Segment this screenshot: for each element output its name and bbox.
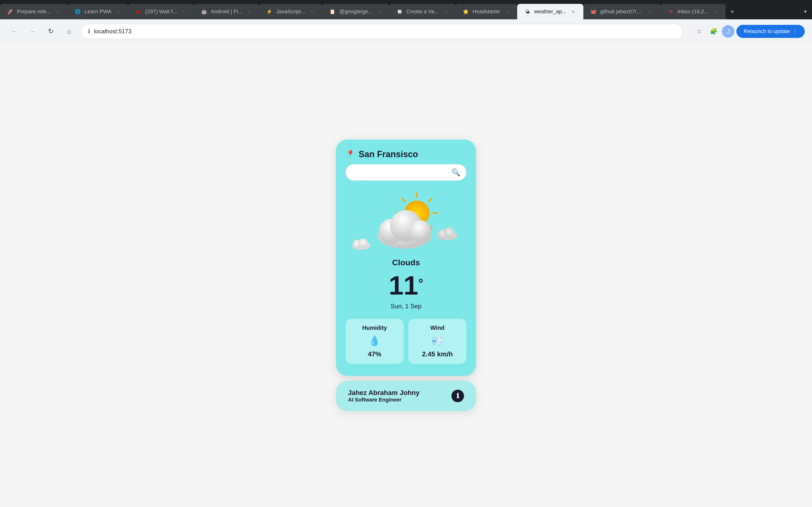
new-tab-button[interactable]: + [725, 5, 739, 18]
tab-github[interactable]: 🐙 github jahez07/we... × [583, 4, 661, 19]
refresh-button[interactable]: ↻ [44, 24, 57, 38]
svg-line-10 [428, 199, 432, 202]
address-input-container[interactable]: ℹ localhost:5173 [81, 24, 683, 39]
tab-favicon-1: 🚀 [7, 8, 13, 15]
small-cloud-left [350, 236, 372, 250]
author-name: Jahez Abraham Johny [348, 389, 419, 397]
address-actions: ☆ 🧩 J Relaunch to update ⋮ [693, 25, 805, 38]
author-text: Jahez Abraham Johny AI Software Engineer [348, 389, 419, 403]
weather-container: 📍 San Fransisco 🔍 [336, 139, 476, 411]
tab-youtube[interactable]: ▶ (297) Wait f... × [128, 4, 194, 19]
temperature-display: 11 ° [389, 272, 423, 299]
profile-button[interactable]: J [722, 25, 734, 38]
relaunch-menu-icon: ⋮ [792, 28, 798, 35]
humidity-label: Humidity [362, 325, 387, 331]
tab-favicon-6: 📋 [329, 8, 336, 15]
relaunch-button[interactable]: Relaunch to update ⋮ [737, 25, 805, 38]
degree-symbol: ° [418, 276, 423, 290]
info-icon: ℹ [457, 392, 459, 400]
weather-date: Sun, 1 Sep [391, 302, 422, 310]
weather-condition: Clouds [392, 258, 420, 267]
weather-card: 📍 San Fransisco 🔍 [336, 139, 476, 376]
address-input[interactable]: localhost:5173 [94, 28, 676, 35]
tab-learn-pwa[interactable]: 🌐 Learn PWA × [67, 4, 128, 19]
temperature-value: 11 [389, 272, 418, 299]
address-security-icon: ℹ [88, 28, 90, 35]
author-title: AI Software Engineer [348, 397, 419, 403]
svg-line-8 [402, 199, 405, 202]
relaunch-label: Relaunch to update [744, 28, 790, 35]
browser-frame: 🚀 Prepare rele... × 🌐 Learn PWA × ▶ (297… [0, 0, 812, 507]
wind-card: Wind 💨 2.45 km/h [408, 319, 466, 364]
location-pin-icon: 📍 [346, 150, 355, 159]
forward-button[interactable]: → [26, 24, 39, 38]
search-box[interactable]: 🔍 [346, 164, 466, 181]
humidity-icon: 💧 [368, 335, 380, 346]
svg-point-2 [358, 238, 368, 248]
tab-close-2[interactable]: × [115, 8, 121, 15]
svg-point-15 [409, 220, 432, 242]
tab-favicon-7: 🔲 [396, 8, 403, 15]
tab-close-4[interactable]: × [246, 8, 253, 15]
tab-gmail[interactable]: ✉ Inbox (19,2... × [661, 4, 725, 19]
wind-icon: 💨 [432, 335, 444, 346]
bookmark-button[interactable]: ☆ [693, 25, 705, 38]
tab-favicon-8: ⭐ [462, 8, 469, 15]
tabs-container: 🚀 Prepare rele... × 🌐 Learn PWA × ▶ (297… [0, 0, 799, 19]
tab-favicon-4: 🤖 [201, 8, 207, 15]
tab-close-5[interactable]: × [309, 8, 316, 15]
weather-details: Humidity 💧 47% Wind 💨 2.45 km/h [346, 319, 466, 364]
weather-illustration [346, 188, 466, 256]
humidity-value: 47% [368, 350, 382, 358]
tab-title-10: github jahez07/we... [600, 8, 644, 15]
small-cloud-right [435, 225, 459, 241]
tab-favicon-11: ✉ [667, 8, 674, 15]
tab-close-3[interactable]: × [180, 8, 187, 15]
tab-close-11[interactable]: × [712, 8, 719, 15]
extensions-button[interactable]: 🧩 [707, 25, 720, 38]
tab-title-8: Headstarter [472, 8, 500, 15]
tab-title-5: JavaScript... [276, 8, 305, 15]
tab-create-va[interactable]: 🔲 Create a Va... × [389, 4, 456, 19]
tab-title-1: Prepare rele... [17, 8, 51, 15]
tab-title-4: Android | Fl... [211, 8, 242, 15]
svg-point-18 [444, 227, 454, 238]
wind-label: Wind [430, 325, 445, 331]
author-info-card: Jahez Abraham Johny AI Software Engineer… [336, 381, 476, 411]
search-icon[interactable]: 🔍 [451, 168, 460, 176]
content-area: 📍 San Fransisco 🔍 [0, 44, 812, 507]
tab-favicon-2: 🌐 [74, 8, 81, 15]
tab-dropdown-button[interactable]: ▾ [799, 5, 812, 18]
tab-close-6[interactable]: × [376, 8, 383, 15]
tab-android[interactable]: 🤖 Android | Fl... × [194, 4, 259, 19]
tab-title-6: @google/ge... [339, 8, 372, 15]
tab-close-1[interactable]: × [54, 8, 61, 15]
tab-title-2: Learn PWA [84, 8, 111, 15]
info-button[interactable]: ℹ [451, 390, 464, 402]
location-name: San Fransisco [359, 149, 418, 159]
tab-close-9[interactable]: × [570, 8, 576, 15]
tab-headstarter[interactable]: ⭐ Headstarter × [456, 4, 517, 19]
tab-javascript[interactable]: ⚡ JavaScript... × [259, 4, 322, 19]
tab-favicon-10: 🐙 [590, 8, 597, 15]
tab-google[interactable]: 📋 @google/ge... × [322, 4, 389, 19]
location-header: 📍 San Fransisco [346, 149, 418, 159]
tab-prepare-rele[interactable]: 🚀 Prepare rele... × [0, 4, 67, 19]
search-input[interactable] [352, 169, 448, 176]
address-bar: ← → ↻ ⌂ ℹ localhost:5173 ☆ 🧩 J Relaunch … [0, 19, 812, 44]
home-button[interactable]: ⌂ [62, 24, 76, 38]
tab-title-9: weather_ap... [534, 8, 566, 15]
tab-close-10[interactable]: × [647, 8, 654, 15]
wind-value: 2.45 km/h [422, 350, 453, 358]
weather-main-icon [370, 190, 442, 253]
tab-favicon-5: ⚡ [266, 8, 273, 15]
tab-weather-app[interactable]: 🌤 weather_ap... × [517, 4, 583, 19]
tab-favicon-3: ▶ [135, 8, 142, 15]
tab-favicon-9: 🌤 [524, 8, 531, 15]
tab-close-8[interactable]: × [504, 8, 510, 15]
back-button[interactable]: ← [7, 24, 21, 38]
tab-title-3: (297) Wait f... [145, 8, 177, 15]
humidity-card: Humidity 💧 47% [346, 319, 404, 364]
tab-close-7[interactable]: × [442, 8, 449, 15]
tab-title-11: Inbox (19,2... [678, 8, 709, 15]
